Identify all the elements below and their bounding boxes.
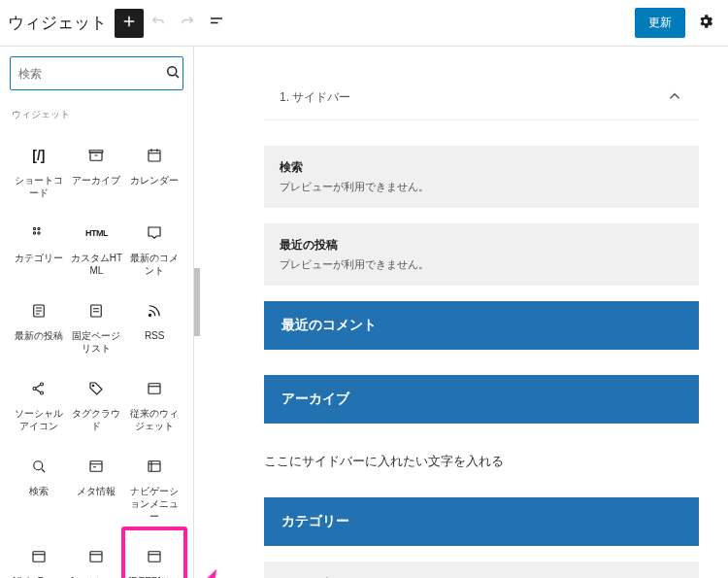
block-item[interactable]: [アイキャッチ画像有り]最新の投稿 xyxy=(68,532,126,578)
legacy-widget[interactable]: 最近の投稿プレビューが利用できません。 xyxy=(264,223,699,286)
scrollbar-thumb[interactable] xyxy=(194,268,200,336)
block-item[interactable]: ナビゲーションメニュー xyxy=(125,442,183,532)
block-item[interactable]: メタ情報 xyxy=(68,442,126,532)
block-item[interactable]: RSS xyxy=(125,287,183,364)
block-item[interactable]: Ninja Forms Widget xyxy=(10,532,68,578)
block-item[interactable]: カテゴリー xyxy=(10,209,68,287)
redo-button[interactable] xyxy=(173,9,202,38)
form-icon xyxy=(85,546,107,567)
nav-icon xyxy=(144,456,165,477)
block-label: ソーシャルアイコン xyxy=(12,407,66,432)
editor-canvas: 1. サイドバー 検索プレビューが利用できません。最近の投稿プレビューが利用でき… xyxy=(194,47,728,578)
top-toolbar: ウィジェット 更新 xyxy=(0,0,728,47)
svg-rect-16 xyxy=(90,461,102,472)
rss-icon xyxy=(144,300,165,322)
svg-point-9 xyxy=(149,314,151,316)
comment-icon xyxy=(144,222,165,244)
svg-point-15 xyxy=(34,461,43,470)
svg-rect-2 xyxy=(149,151,160,161)
chevron-up-icon xyxy=(666,87,683,108)
block-item[interactable]: 固定ページリスト xyxy=(68,287,126,364)
svg-point-11 xyxy=(40,383,43,386)
widget-area-title: 1. サイドバー xyxy=(280,89,350,106)
pagelist-icon xyxy=(85,300,107,322)
block-item[interactable]: 最新の投稿 xyxy=(10,287,68,364)
block-item[interactable]: アーカイブ xyxy=(68,131,126,209)
add-block-button[interactable] xyxy=(115,9,144,38)
block-label: カレンダー xyxy=(130,174,179,187)
tag-icon xyxy=(85,378,107,399)
html-icon: HTML xyxy=(85,222,107,244)
undo-button[interactable] xyxy=(144,9,173,38)
svg-rect-14 xyxy=(149,384,160,394)
block-item[interactable]: 従来のウィジェット xyxy=(125,364,183,442)
svg-point-6 xyxy=(38,232,40,234)
block-inserter-panel: ウィジェット [/]ショートコードアーカイブカレンダーカテゴリーHTMLカスタム… xyxy=(0,47,194,578)
widget-area-header[interactable]: 1. サイドバー xyxy=(264,76,699,120)
block-item[interactable]: HTMLカスタムHTML xyxy=(68,209,126,287)
legacy-icon xyxy=(144,378,165,399)
share-icon xyxy=(28,378,50,399)
svg-rect-8 xyxy=(91,305,102,317)
widget-list: 検索プレビューが利用できません。最近の投稿プレビューが利用できません。最近のコメ… xyxy=(264,146,699,578)
block-label: 最新の投稿 xyxy=(15,329,63,342)
block-search[interactable] xyxy=(10,56,183,90)
archive-icon xyxy=(85,145,107,166)
list-view-button[interactable] xyxy=(202,9,231,38)
legacy-widget[interactable]: 検索プレビューが利用できません。 xyxy=(264,146,699,208)
block-item[interactable]: [DEER]サイドバー用プロフィール xyxy=(125,532,183,578)
main-layout: ウィジェット [/]ショートコードアーカイブカレンダーカテゴリーHTMLカスタム… xyxy=(0,47,728,578)
search-input[interactable] xyxy=(18,67,164,81)
block-label: アーカイブ xyxy=(72,174,120,187)
svg-rect-17 xyxy=(149,461,160,472)
widget-body: プレビューが利用できません。 xyxy=(280,257,683,272)
plus-icon xyxy=(120,13,138,33)
block-label: ナビゲーションメニュー xyxy=(127,485,182,523)
block-label: 固定ページリスト xyxy=(70,329,124,355)
svg-point-3 xyxy=(33,227,35,229)
svg-point-13 xyxy=(93,385,95,387)
widget-body: プレビューが利用できません。 xyxy=(280,180,683,194)
undo-icon xyxy=(149,13,167,33)
heading-widget[interactable]: カテゴリー xyxy=(264,497,699,546)
svg-rect-20 xyxy=(149,552,160,562)
svg-point-10 xyxy=(33,388,36,391)
block-item[interactable]: タグクラウド xyxy=(68,364,126,442)
block-label: カテゴリー xyxy=(15,252,63,264)
svg-rect-18 xyxy=(33,552,45,562)
block-grid: [/]ショートコードアーカイブカレンダーカテゴリーHTMLカスタムHTML最新の… xyxy=(10,131,183,578)
block-label: 検索 xyxy=(29,485,49,497)
block-label: メタ情報 xyxy=(77,485,116,497)
block-item[interactable]: 検索 xyxy=(10,442,68,532)
svg-point-0 xyxy=(168,67,177,76)
block-label: ショートコード xyxy=(12,174,66,199)
heading-widget[interactable]: アーカイブ xyxy=(264,375,699,424)
list-icon xyxy=(208,13,225,33)
block-label: 従来のウィジェット xyxy=(127,407,182,432)
category-list: カテゴリーなし xyxy=(264,561,699,578)
shortcode-icon: [/] xyxy=(28,145,50,166)
paragraph-widget[interactable]: ここにサイドバーに入れたい文字を入れる xyxy=(264,449,699,497)
block-label: 最新のコメント xyxy=(127,252,182,277)
block-item[interactable]: カレンダー xyxy=(125,131,183,209)
block-item[interactable]: ソーシャルアイコン xyxy=(10,364,68,442)
block-label: タグクラウド xyxy=(70,407,124,432)
block-item[interactable]: [/]ショートコード xyxy=(10,131,68,209)
categories-icon xyxy=(28,222,50,244)
calendar-icon xyxy=(144,145,165,166)
heading-widget[interactable]: 最近のコメント xyxy=(264,301,699,350)
widget-title: 検索 xyxy=(280,159,683,176)
settings-button[interactable] xyxy=(691,9,720,38)
svg-point-4 xyxy=(38,227,40,229)
block-item[interactable]: 最新のコメント xyxy=(125,209,183,287)
gear-icon xyxy=(697,13,714,33)
form-icon xyxy=(144,546,165,567)
update-button[interactable]: 更新 xyxy=(635,8,685,38)
search-icon xyxy=(28,456,50,477)
svg-point-12 xyxy=(40,391,43,394)
block-label: カスタムHTML xyxy=(70,252,124,277)
widget-title: 最近の投稿 xyxy=(280,237,683,254)
redo-icon xyxy=(179,13,196,33)
form-icon xyxy=(28,546,50,567)
svg-rect-19 xyxy=(90,552,102,562)
